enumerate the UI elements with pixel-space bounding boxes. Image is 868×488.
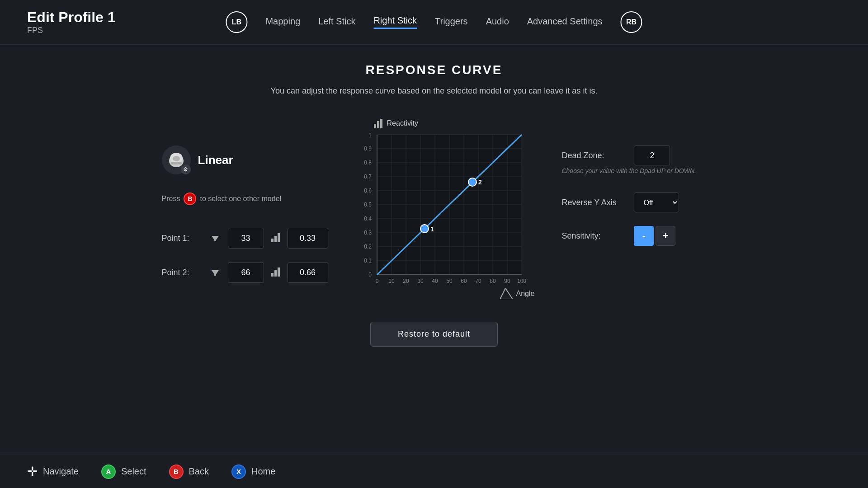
press-hint: Press B to select one other model <box>162 192 328 205</box>
svg-text:50: 50 <box>446 278 453 284</box>
dead-zone-section: Dead Zone: Choose your value with the Dp… <box>561 145 706 179</box>
helmet-icon: ⚙ <box>162 145 191 174</box>
nav-triggers[interactable]: Triggers <box>435 16 468 28</box>
svg-rect-7 <box>274 236 277 242</box>
svg-text:0.3: 0.3 <box>364 230 372 236</box>
sensitivity-minus-button[interactable]: - <box>634 226 654 246</box>
nav-advanced-settings[interactable]: Advanced Settings <box>527 16 603 28</box>
point1-x-input[interactable] <box>228 228 264 249</box>
svg-text:20: 20 <box>403 278 409 284</box>
svg-rect-12 <box>274 270 277 277</box>
svg-text:0.5: 0.5 <box>364 202 372 208</box>
x-button-footer: X <box>231 465 246 479</box>
sensitivity-row: Sensitivity: - + <box>561 226 706 246</box>
rb-button[interactable]: RB <box>621 11 642 33</box>
point1-bar-icon <box>270 232 281 244</box>
svg-text:0.6: 0.6 <box>364 188 372 194</box>
point1-row: Point 1: <box>162 228 328 249</box>
home-label: Home <box>251 466 275 477</box>
reverse-y-select[interactable]: Off On <box>634 192 679 212</box>
footer-navigate: ✛ Navigate <box>27 464 79 479</box>
point1-x-icon <box>209 230 222 246</box>
navigate-icon: ✛ <box>27 464 38 479</box>
point1-label: Point 1: <box>162 234 203 243</box>
sensitivity-plus-button[interactable]: + <box>656 226 675 246</box>
point2-row: Point 2: <box>162 262 328 283</box>
profile-title: Edit Profile 1 FPS <box>27 9 116 35</box>
svg-text:70: 70 <box>475 278 481 284</box>
point2-label: Point 2: <box>162 268 203 277</box>
svg-text:2: 2 <box>478 178 482 186</box>
svg-rect-2 <box>171 162 182 164</box>
angle-label: Angle <box>500 288 535 299</box>
svg-text:1: 1 <box>368 132 372 139</box>
profile-type: FPS <box>27 26 116 35</box>
svg-text:10: 10 <box>388 278 395 284</box>
svg-rect-8 <box>278 233 280 242</box>
svg-text:80: 80 <box>490 278 496 284</box>
press-hint-suffix: to select one other model <box>200 195 281 203</box>
svg-text:0.7: 0.7 <box>364 174 372 180</box>
reverse-y-label: Reverse Y Axis <box>561 198 625 207</box>
svg-text:0.4: 0.4 <box>364 216 372 222</box>
curve-point-2[interactable] <box>468 178 476 186</box>
svg-rect-6 <box>271 239 274 242</box>
svg-text:0: 0 <box>368 272 372 278</box>
restore-default-button[interactable]: Restore to default <box>370 322 498 347</box>
sensitivity-label: Sensitivity: <box>561 231 625 241</box>
svg-rect-5 <box>214 237 216 241</box>
svg-text:60: 60 <box>461 278 467 284</box>
svg-text:0.8: 0.8 <box>364 160 372 166</box>
page-subtitle: You can adjust the response curve based … <box>27 86 841 96</box>
chart-area: Reactivity <box>355 118 535 299</box>
svg-point-3 <box>173 156 180 161</box>
svg-text:0: 0 <box>376 278 379 284</box>
point2-bar-icon <box>270 267 281 279</box>
model-display: ⚙ Linear <box>162 145 328 174</box>
svg-text:100: 100 <box>517 278 526 284</box>
model-name: Linear <box>198 153 233 167</box>
lb-button[interactable]: LB <box>226 11 247 33</box>
left-panel: ⚙ Linear Press B to select one other mod… <box>162 118 328 283</box>
content-area: ⚙ Linear Press B to select one other mod… <box>27 118 841 299</box>
reverse-y-row: Reverse Y Axis Off On <box>561 192 706 212</box>
sensitivity-controls: - + <box>634 226 675 246</box>
svg-rect-15 <box>377 121 379 128</box>
point2-y-input[interactable] <box>288 262 328 283</box>
svg-text:90: 90 <box>504 278 510 284</box>
footer-select: A Select <box>101 465 146 479</box>
svg-rect-16 <box>380 119 382 128</box>
svg-text:0.9: 0.9 <box>364 145 372 152</box>
svg-text:1: 1 <box>430 225 434 233</box>
svg-text:0.1: 0.1 <box>364 258 372 264</box>
bar-chart-icon <box>373 118 383 128</box>
response-curve-chart[interactable]: 1 2 0 0.1 0.2 0.3 0.4 0.5 0.6 0.7 0.8 0.… <box>359 130 531 293</box>
profile-name: Edit Profile 1 <box>27 9 116 26</box>
nav-right-stick[interactable]: Right Stick <box>373 15 417 29</box>
svg-rect-13 <box>278 267 280 277</box>
footer-home: X Home <box>231 465 275 479</box>
dead-zone-hint: Choose your value with the Dpad UP or DO… <box>561 167 706 174</box>
dead-zone-row: Dead Zone: <box>561 145 706 165</box>
dead-zone-label: Dead Zone: <box>561 151 625 160</box>
nav-audio[interactable]: Audio <box>486 16 509 28</box>
nav-left-stick[interactable]: Left Stick <box>318 16 355 28</box>
nav-mapping[interactable]: Mapping <box>265 16 300 28</box>
footer: ✛ Navigate A Select B Back X Home <box>0 455 868 488</box>
svg-text:40: 40 <box>432 278 438 284</box>
reactivity-label: Reactivity <box>373 118 418 128</box>
select-label: Select <box>121 466 146 477</box>
curve-point-1[interactable] <box>420 225 429 233</box>
point1-y-input[interactable] <box>288 228 328 249</box>
back-label: Back <box>189 466 209 477</box>
angle-icon <box>500 288 513 299</box>
main-nav: LB Mapping Left Stick Right Stick Trigge… <box>226 11 642 33</box>
header: Edit Profile 1 FPS LB Mapping Left Stick… <box>0 0 868 45</box>
footer-back: B Back <box>169 465 209 479</box>
a-button-footer: A <box>101 465 116 479</box>
svg-text:0.2: 0.2 <box>364 244 372 250</box>
svg-marker-63 <box>500 288 513 299</box>
dead-zone-input[interactable] <box>634 145 670 165</box>
point2-x-input[interactable] <box>228 262 264 283</box>
svg-rect-11 <box>271 273 274 277</box>
